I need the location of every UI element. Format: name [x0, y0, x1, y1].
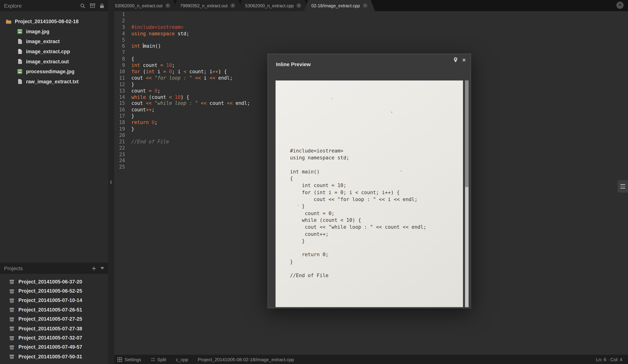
line-number: 9 — [114, 63, 128, 69]
tabs: 53062000_n_extract.out×79990352_n_extrac… — [114, 0, 375, 11]
projects-header: Projects — [0, 263, 108, 274]
project-icon — [9, 345, 15, 350]
file-image_extract.cpp[interactable]: </>image_extract.cpp — [0, 47, 108, 57]
tab-label: 53062000_n_extract.out — [115, 3, 162, 8]
archive-icon[interactable] — [90, 3, 95, 8]
file-raw_image_extract.txt[interactable]: raw_image_extract.txt — [0, 76, 108, 86]
line-number: 18 — [114, 120, 128, 126]
sidebar-resizer[interactable]: ‖ — [108, 0, 114, 364]
settings-button[interactable]: Settings — [117, 357, 141, 362]
split-button[interactable]: Split — [151, 357, 166, 362]
tab-close-icon[interactable]: × — [363, 3, 367, 8]
file-processedimage.jpg[interactable]: processedimage.jpg — [0, 67, 108, 77]
syntax-mode-label: c_cpp — [176, 357, 188, 362]
code-line — [131, 11, 250, 18]
file-image_extract[interactable]: image_extract — [0, 36, 108, 47]
tab-02-18/image_extract.cpp[interactable]: 02-18/image_extract.cpp× — [304, 0, 375, 11]
line-number: 3 — [114, 24, 128, 31]
projects-header-icons — [92, 266, 104, 271]
line-number: 10 — [114, 69, 128, 75]
tab-close-icon[interactable]: × — [165, 3, 170, 8]
line-number: 24 — [114, 158, 128, 164]
tab-bar: 53062000_n_extract.out×79990352_n_extrac… — [114, 0, 628, 11]
line-number: 23 — [114, 151, 128, 158]
code-pane[interactable]: #include<iostream>using namespace std;in… — [128, 11, 250, 355]
image-icon — [17, 29, 23, 34]
add-project-icon[interactable] — [92, 266, 96, 271]
line-number: 19 — [114, 126, 128, 133]
code-line: { — [131, 56, 250, 63]
project-Project_20141005-06-52-25[interactable]: Project_20141005-06-52-25 — [0, 287, 108, 296]
project-Project_20141005-06-37-20[interactable]: Project_20141005-06-37-20 — [0, 277, 108, 287]
tab-label: 79990352_n_extract.out — [180, 3, 228, 8]
line-number: 21 — [114, 139, 128, 145]
file-list: image.jpgimage_extract</>image_extract.c… — [0, 26, 108, 86]
project-name: Project_20141005-06-37-20 — [18, 279, 82, 285]
tab-53062000_n_extract.out[interactable]: 53062000_n_extract.out× — [114, 0, 178, 11]
project-name: Project_20141005-07-27-25 — [18, 316, 82, 322]
projects-title: Projects — [4, 265, 92, 271]
project-icon — [9, 279, 15, 285]
file-image.jpg[interactable]: image.jpg — [0, 26, 108, 36]
split-label: Split — [157, 357, 166, 362]
search-icon[interactable] — [80, 3, 85, 8]
project-icon — [9, 326, 15, 331]
preview-scrollbar-thumb[interactable] — [465, 80, 469, 187]
project-icon — [9, 354, 15, 359]
tab-79990352_n_extract.out[interactable]: 79990352_n_extract.out× — [172, 0, 243, 11]
project-folder-row[interactable]: Project_20141005-08-02-18 — [0, 16, 108, 26]
right-panel-toggle[interactable] — [618, 180, 628, 192]
project-icon — [9, 316, 15, 322]
tab-close-icon[interactable]: × — [297, 3, 302, 8]
code-line: #include<iostream> — [131, 24, 250, 31]
app-window: Explore Project_20141005-08-02-18 — [0, 0, 628, 364]
project-icon — [9, 298, 15, 303]
cursor-position: Ln: 6 · Col: 4 — [596, 357, 623, 362]
file-icon — [17, 59, 23, 64]
projects-menu-icon[interactable] — [101, 267, 104, 270]
split-icon — [151, 358, 155, 361]
project-icon — [9, 289, 15, 294]
preview-title: Inline Preview — [276, 61, 311, 67]
project-Project_20141005-07-32-07[interactable]: Project_20141005-07-32-07 — [0, 333, 108, 343]
pin-icon[interactable] — [454, 57, 458, 63]
line-number: 11 — [114, 75, 128, 82]
line-number: 7 — [114, 50, 128, 56]
project-Project_20141005-07-27-25[interactable]: Project_20141005-07-27-25 — [0, 314, 108, 324]
svg-text:</>: </> — [17, 51, 22, 53]
line-number: 16 — [114, 107, 128, 113]
tab-close-icon[interactable]: × — [231, 3, 235, 8]
code-line: int count = 10; — [131, 63, 250, 69]
project-icon — [9, 307, 15, 312]
project-name: Project_20141005-07-50-31 — [18, 354, 82, 360]
file-icon — [17, 79, 23, 84]
file-name: image.jpg — [26, 29, 49, 34]
project-list: Project_20141005-06-37-20Project_2014100… — [0, 277, 108, 361]
lock-icon[interactable] — [100, 3, 104, 8]
preview-scrollbar[interactable] — [465, 80, 469, 307]
folder-name: Project_20141005-08-02-18 — [15, 19, 78, 24]
code-line — [131, 151, 250, 158]
code-line: using namespace std; — [131, 31, 250, 37]
tab-53062000_n_extract.cpp[interactable]: 53062000_n_extract.cpp× — [237, 0, 309, 11]
code-line — [131, 18, 250, 24]
code-line: for (int i = 0; i < count; i++) { — [131, 69, 250, 75]
line-number: 12 — [114, 82, 128, 88]
file-image_extract.out[interactable]: image_extract.out — [0, 56, 108, 67]
project-Project_20141005-07-49-57[interactable]: Project_20141005-07-49-57 — [0, 343, 108, 352]
preview-window-icons: × — [454, 57, 466, 63]
line-number: 5 — [114, 37, 128, 43]
project-Project_20141005-07-26-51[interactable]: Project_20141005-07-26-51 — [0, 305, 108, 314]
code-line: cout << "for loop : " << i << endl; — [131, 75, 250, 82]
preview-close-icon[interactable]: × — [462, 57, 466, 63]
line-number: 6 — [114, 43, 128, 50]
project-Project_20141005-07-50-31[interactable]: Project_20141005-07-50-31 — [0, 352, 108, 361]
project-name: Project_20141005-07-26-51 — [18, 307, 82, 313]
folder-icon — [5, 19, 11, 24]
file-icon — [17, 39, 23, 44]
project-Project_20141005-07-10-14[interactable]: Project_20141005-07-10-14 — [0, 296, 108, 305]
syntax-mode-button[interactable]: c_cpp — [176, 357, 188, 362]
project-name: Project_20141005-07-10-14 — [18, 298, 82, 303]
close-editor-icon[interactable]: × — [617, 2, 624, 9]
project-Project_20141005-07-27-38[interactable]: Project_20141005-07-27-38 — [0, 324, 108, 333]
